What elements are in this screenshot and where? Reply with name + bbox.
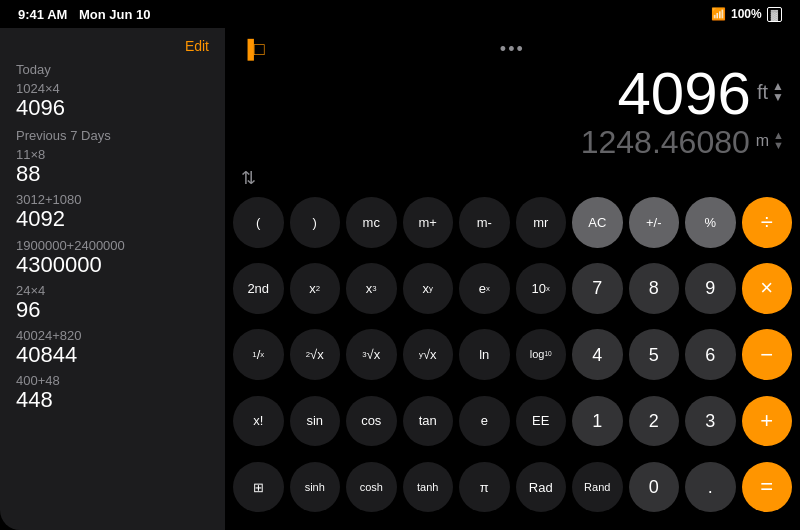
history-expression: 400+48 (16, 373, 209, 388)
btn-rand[interactable]: Rand (572, 462, 623, 513)
btn-equals[interactable]: = (742, 462, 793, 513)
btn-factorial[interactable]: x! (233, 396, 284, 447)
history-result: 4092 (16, 207, 209, 231)
btn-sinh[interactable]: sinh (290, 462, 341, 513)
btn-8[interactable]: 8 (629, 263, 680, 314)
wifi-icon: 📶 (711, 7, 726, 21)
display-primary: 4096 ft ▲▼ (241, 64, 784, 124)
btn-e-to-x[interactable]: ex (459, 263, 510, 314)
secondary-unit: m ▲▼ (756, 131, 784, 151)
btn-open-paren[interactable]: ( (233, 197, 284, 248)
unit-stepper-secondary[interactable]: ▲▼ (773, 131, 784, 151)
history-expression: 1024×4 (16, 81, 209, 96)
btn-tan[interactable]: tan (403, 396, 454, 447)
btn-1[interactable]: 1 (572, 396, 623, 447)
btn-x-squared[interactable]: x2 (290, 263, 341, 314)
calc-toolbar: ▐□ ••• (225, 28, 800, 64)
btn-percent[interactable]: % (685, 197, 736, 248)
btn-3[interactable]: 3 (685, 396, 736, 447)
btn-4[interactable]: 4 (572, 329, 623, 380)
status-right: 📶 100% ▓ (711, 7, 782, 22)
history-entry[interactable]: 40024+820 40844 (16, 328, 209, 367)
history-entry[interactable]: 1900000+2400000 4300000 (16, 238, 209, 277)
history-result: 88 (16, 162, 209, 186)
btn-cbrt[interactable]: 3√x (346, 329, 397, 380)
btn-x-to-y[interactable]: xy (403, 263, 454, 314)
display-secondary: 1248.46080 m ▲▼ (241, 124, 784, 161)
btn-ee[interactable]: EE (516, 396, 567, 447)
toolbar-more-icon[interactable]: ••• (500, 39, 525, 60)
btn-multiply[interactable]: × (742, 263, 793, 314)
btn-cosh[interactable]: cosh (346, 462, 397, 513)
history-header: Edit (16, 38, 209, 54)
history-entry[interactable]: 24×4 96 (16, 283, 209, 322)
btn-rad[interactable]: Rad (516, 462, 567, 513)
btn-subtract[interactable]: − (742, 329, 793, 380)
status-time: 9:41 AM (18, 7, 67, 22)
battery-icon: ▓ (767, 7, 782, 22)
btn-reciprocal[interactable]: 1/x (233, 329, 284, 380)
btn-log10[interactable]: log10 (516, 329, 567, 380)
edit-button[interactable]: Edit (185, 38, 209, 54)
status-date: Mon Jun 10 (79, 7, 151, 22)
calculator-panel: ▐□ ••• 4096 ft ▲▼ 1248.46080 m ▲▼ ⇅ ( ) … (225, 28, 800, 530)
btn-close-paren[interactable]: ) (290, 197, 341, 248)
btn-m-minus[interactable]: m- (459, 197, 510, 248)
btn-0[interactable]: 0 (629, 462, 680, 513)
btn-10-to-x[interactable]: 10x (516, 263, 567, 314)
history-panel: Edit Today 1024×4 4096 Previous 7 Days 1… (0, 28, 225, 530)
btn-cos[interactable]: cos (346, 396, 397, 447)
btn-e[interactable]: e (459, 396, 510, 447)
sidebar-toggle-icon[interactable]: ▐□ (241, 39, 265, 60)
btn-mc[interactable]: mc (346, 197, 397, 248)
history-expression: 40024+820 (16, 328, 209, 343)
secondary-value: 1248.46080 (581, 124, 750, 161)
btn-mr[interactable]: mr (516, 197, 567, 248)
btn-sqrt[interactable]: 2√x (290, 329, 341, 380)
btn-2nd[interactable]: 2nd (233, 263, 284, 314)
btn-add[interactable]: + (742, 396, 793, 447)
history-result: 448 (16, 388, 209, 412)
btn-7[interactable]: 7 (572, 263, 623, 314)
history-entry[interactable]: 1024×4 4096 (16, 81, 209, 120)
primary-unit: ft ▲▼ (757, 81, 784, 103)
btn-5[interactable]: 5 (629, 329, 680, 380)
history-result: 40844 (16, 343, 209, 367)
history-entry[interactable]: 3012+1080 4092 (16, 192, 209, 231)
history-result: 4096 (16, 96, 209, 120)
history-entry[interactable]: 400+48 448 (16, 373, 209, 412)
history-expression: 11×8 (16, 147, 209, 162)
btn-m-plus[interactable]: m+ (403, 197, 454, 248)
previous-days-label: Previous 7 Days (16, 128, 209, 143)
history-section-today: Today 1024×4 4096 (16, 62, 209, 120)
unit-stepper-primary[interactable]: ▲▼ (772, 81, 784, 103)
btn-table[interactable]: ⊞ (233, 462, 284, 513)
btn-ac[interactable]: AC (572, 197, 623, 248)
btn-plus-minus[interactable]: +/- (629, 197, 680, 248)
status-time-date: 9:41 AM Mon Jun 10 (18, 7, 151, 22)
btn-2[interactable]: 2 (629, 396, 680, 447)
primary-value: 4096 (618, 64, 751, 124)
history-section-previous: Previous 7 Days 11×8 88 3012+1080 4092 1… (16, 128, 209, 412)
btn-9[interactable]: 9 (685, 263, 736, 314)
history-result: 4300000 (16, 253, 209, 277)
btn-6[interactable]: 6 (685, 329, 736, 380)
btn-divide[interactable]: ÷ (742, 197, 793, 248)
history-expression: 1900000+2400000 (16, 238, 209, 253)
history-entry[interactable]: 11×8 88 (16, 147, 209, 186)
btn-decimal[interactable]: . (685, 462, 736, 513)
status-bar: 9:41 AM Mon Jun 10 📶 100% ▓ (0, 0, 800, 28)
history-expression: 3012+1080 (16, 192, 209, 207)
btn-ln[interactable]: ln (459, 329, 510, 380)
btn-pi[interactable]: π (459, 462, 510, 513)
today-label: Today (16, 62, 209, 77)
btn-x-cubed[interactable]: x3 (346, 263, 397, 314)
battery-label: 100% (731, 7, 762, 21)
history-expression: 24×4 (16, 283, 209, 298)
convert-icon[interactable]: ⇅ (241, 168, 256, 188)
btn-tanh[interactable]: tanh (403, 462, 454, 513)
btn-sin[interactable]: sin (290, 396, 341, 447)
calc-buttons: ( ) mc m+ m- mr AC +/- % ÷ 2nd x2 x3 xy … (225, 191, 800, 530)
history-result: 96 (16, 298, 209, 322)
btn-yth-root[interactable]: y√x (403, 329, 454, 380)
